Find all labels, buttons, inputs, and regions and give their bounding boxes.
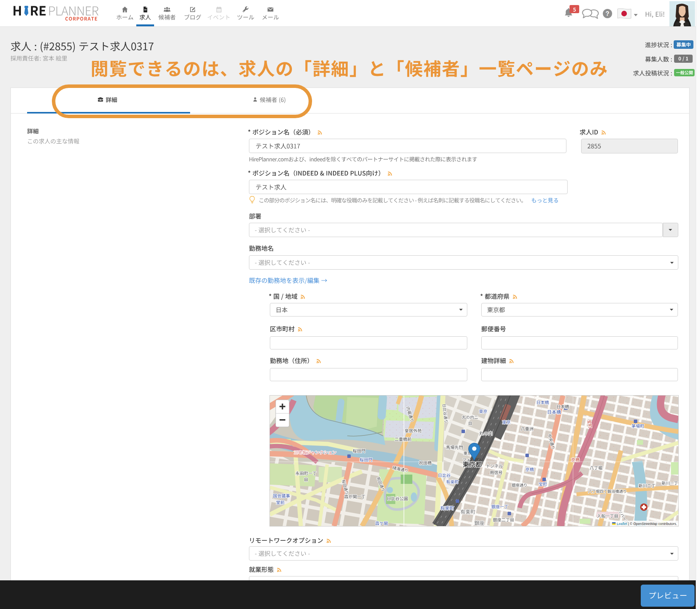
svg-text:| © OpenStreetMap contributors: | © OpenStreetMap contributors.	[628, 522, 677, 526]
svg-text:Leaflet: Leaflet	[617, 522, 627, 526]
svg-text:?: ?	[606, 10, 609, 17]
